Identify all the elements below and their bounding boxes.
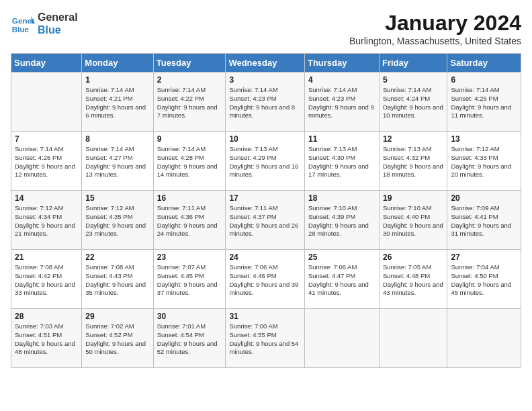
day-detail: Sunrise: 7:02 AMSunset: 4:52 PMDaylight:… xyxy=(85,322,149,357)
day-detail: Sunrise: 7:14 AMSunset: 4:24 PMDaylight:… xyxy=(383,86,443,120)
day-cell: 9Sunrise: 7:14 AMSunset: 4:28 PMDaylight… xyxy=(153,132,226,191)
day-detail: Sunrise: 7:13 AMSunset: 4:29 PMDaylight:… xyxy=(229,145,301,179)
day-detail: Sunrise: 7:10 AMSunset: 4:39 PMDaylight:… xyxy=(308,204,375,238)
day-number: 28 xyxy=(15,312,78,321)
day-number: 24 xyxy=(229,253,301,262)
day-number: 21 xyxy=(15,253,78,262)
day-cell: 25Sunrise: 7:06 AMSunset: 4:47 PMDayligh… xyxy=(304,250,379,309)
day-detail: Sunrise: 7:11 AMSunset: 4:36 PMDaylight:… xyxy=(157,204,222,238)
day-number: 30 xyxy=(157,312,222,321)
day-detail: Sunrise: 7:01 AMSunset: 4:54 PMDaylight:… xyxy=(157,322,222,357)
day-detail: Sunrise: 7:13 AMSunset: 4:30 PMDaylight:… xyxy=(308,145,375,179)
day-number: 16 xyxy=(157,193,222,203)
day-number: 26 xyxy=(383,253,443,262)
day-number: 5 xyxy=(383,75,443,85)
header-saturday: Saturday xyxy=(447,54,521,73)
month-title: January 2024 xyxy=(349,11,521,36)
day-number: 4 xyxy=(308,75,375,85)
day-detail: Sunrise: 7:09 AMSunset: 4:41 PMDaylight:… xyxy=(451,204,517,238)
day-cell: 31Sunrise: 7:00 AMSunset: 4:55 PMDayligh… xyxy=(226,309,305,368)
day-detail: Sunrise: 7:08 AMSunset: 4:42 PMDaylight:… xyxy=(15,263,78,298)
day-detail: Sunrise: 7:14 AMSunset: 4:27 PMDaylight:… xyxy=(85,145,149,179)
day-number: 18 xyxy=(308,193,375,203)
day-cell: 24Sunrise: 7:06 AMSunset: 4:46 PMDayligh… xyxy=(226,250,305,309)
day-number: 2 xyxy=(157,75,222,85)
day-detail: Sunrise: 7:14 AMSunset: 4:26 PMDaylight:… xyxy=(15,145,78,179)
day-detail: Sunrise: 7:14 AMSunset: 4:23 PMDaylight:… xyxy=(229,86,301,120)
header-thursday: Thursday xyxy=(304,54,379,73)
day-cell: 30Sunrise: 7:01 AMSunset: 4:54 PMDayligh… xyxy=(153,309,226,368)
day-number: 1 xyxy=(85,75,149,85)
week-row-3: 21Sunrise: 7:08 AMSunset: 4:42 PMDayligh… xyxy=(11,250,521,309)
day-cell: 14Sunrise: 7:12 AMSunset: 4:34 PMDayligh… xyxy=(11,191,82,250)
day-detail: Sunrise: 7:14 AMSunset: 4:28 PMDaylight:… xyxy=(157,145,222,179)
calendar-table: SundayMondayTuesdayWednesdayThursdayFrid… xyxy=(11,53,521,368)
day-cell: 20Sunrise: 7:09 AMSunset: 4:41 PMDayligh… xyxy=(447,191,521,250)
day-number: 13 xyxy=(451,134,517,144)
day-detail: Sunrise: 7:11 AMSunset: 4:37 PMDaylight:… xyxy=(229,204,301,238)
day-cell: 10Sunrise: 7:13 AMSunset: 4:29 PMDayligh… xyxy=(226,132,305,191)
day-cell: 2Sunrise: 7:14 AMSunset: 4:22 PMDaylight… xyxy=(153,73,226,132)
day-detail: Sunrise: 7:14 AMSunset: 4:21 PMDaylight:… xyxy=(85,86,149,120)
day-cell: 5Sunrise: 7:14 AMSunset: 4:24 PMDaylight… xyxy=(379,73,447,132)
day-detail: Sunrise: 7:12 AMSunset: 4:33 PMDaylight:… xyxy=(451,145,517,179)
logo-line2: Blue xyxy=(38,24,78,36)
day-cell: 26Sunrise: 7:05 AMSunset: 4:48 PMDayligh… xyxy=(379,250,447,309)
day-cell: 8Sunrise: 7:14 AMSunset: 4:27 PMDaylight… xyxy=(82,132,153,191)
day-detail: Sunrise: 7:08 AMSunset: 4:43 PMDaylight:… xyxy=(85,263,149,298)
day-cell: 4Sunrise: 7:14 AMSunset: 4:23 PMDaylight… xyxy=(304,73,379,132)
day-number: 29 xyxy=(85,312,149,321)
week-row-4: 28Sunrise: 7:03 AMSunset: 4:51 PMDayligh… xyxy=(11,309,521,368)
day-cell xyxy=(304,309,379,368)
day-cell: 1Sunrise: 7:14 AMSunset: 4:21 PMDaylight… xyxy=(82,73,153,132)
day-number: 10 xyxy=(229,134,301,144)
header-tuesday: Tuesday xyxy=(153,54,226,73)
day-detail: Sunrise: 7:13 AMSunset: 4:32 PMDaylight:… xyxy=(383,145,443,179)
day-cell: 27Sunrise: 7:04 AMSunset: 4:50 PMDayligh… xyxy=(447,250,521,309)
day-cell: 29Sunrise: 7:02 AMSunset: 4:52 PMDayligh… xyxy=(82,309,153,368)
day-cell: 11Sunrise: 7:13 AMSunset: 4:30 PMDayligh… xyxy=(304,132,379,191)
day-number: 7 xyxy=(15,134,78,144)
header-friday: Friday xyxy=(379,54,447,73)
day-cell: 22Sunrise: 7:08 AMSunset: 4:43 PMDayligh… xyxy=(82,250,153,309)
day-detail: Sunrise: 7:14 AMSunset: 4:22 PMDaylight:… xyxy=(157,86,222,120)
header-sunday: Sunday xyxy=(11,54,82,73)
day-number: 14 xyxy=(15,193,78,203)
day-number: 20 xyxy=(451,193,517,203)
day-number: 22 xyxy=(85,253,149,262)
page-header: General Blue General Blue January 2024 B… xyxy=(11,11,521,46)
day-cell: 7Sunrise: 7:14 AMSunset: 4:26 PMDaylight… xyxy=(11,132,82,191)
day-cell: 17Sunrise: 7:11 AMSunset: 4:37 PMDayligh… xyxy=(226,191,305,250)
title-block: January 2024 Burlington, Massachusetts, … xyxy=(349,11,521,46)
logo-icon: General Blue xyxy=(11,11,35,36)
day-detail: Sunrise: 7:14 AMSunset: 4:23 PMDaylight:… xyxy=(308,86,375,120)
day-number: 11 xyxy=(308,134,375,144)
header-monday: Monday xyxy=(82,54,153,73)
header-wednesday: Wednesday xyxy=(226,54,305,73)
day-number: 23 xyxy=(157,253,222,262)
day-number: 25 xyxy=(308,253,375,262)
day-detail: Sunrise: 7:10 AMSunset: 4:40 PMDaylight:… xyxy=(383,204,443,238)
day-number: 19 xyxy=(383,193,443,203)
week-row-2: 14Sunrise: 7:12 AMSunset: 4:34 PMDayligh… xyxy=(11,191,521,250)
day-cell: 3Sunrise: 7:14 AMSunset: 4:23 PMDaylight… xyxy=(226,73,305,132)
day-cell: 23Sunrise: 7:07 AMSunset: 4:45 PMDayligh… xyxy=(153,250,226,309)
day-detail: Sunrise: 7:06 AMSunset: 4:46 PMDaylight:… xyxy=(229,263,301,298)
svg-text:Blue: Blue xyxy=(12,25,30,34)
day-number: 17 xyxy=(229,193,301,203)
day-number: 8 xyxy=(85,134,149,144)
day-number: 31 xyxy=(229,312,301,321)
logo: General Blue General Blue xyxy=(11,11,78,36)
day-cell: 12Sunrise: 7:13 AMSunset: 4:32 PMDayligh… xyxy=(379,132,447,191)
day-number: 12 xyxy=(383,134,443,144)
day-detail: Sunrise: 7:00 AMSunset: 4:55 PMDaylight:… xyxy=(229,322,301,357)
day-detail: Sunrise: 7:12 AMSunset: 4:35 PMDaylight:… xyxy=(85,204,149,238)
day-number: 9 xyxy=(157,134,222,144)
day-cell: 28Sunrise: 7:03 AMSunset: 4:51 PMDayligh… xyxy=(11,309,82,368)
day-detail: Sunrise: 7:05 AMSunset: 4:48 PMDaylight:… xyxy=(383,263,443,298)
day-cell: 18Sunrise: 7:10 AMSunset: 4:39 PMDayligh… xyxy=(304,191,379,250)
day-cell xyxy=(379,309,447,368)
week-row-1: 7Sunrise: 7:14 AMSunset: 4:26 PMDaylight… xyxy=(11,132,521,191)
day-cell: 15Sunrise: 7:12 AMSunset: 4:35 PMDayligh… xyxy=(82,191,153,250)
location: Burlington, Massachusetts, United States xyxy=(349,36,521,46)
